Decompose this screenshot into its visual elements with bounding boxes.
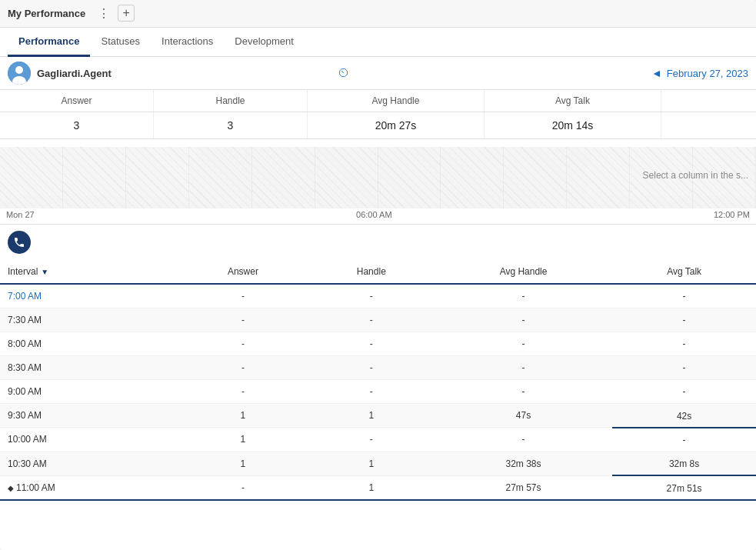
answer-header: Answer — [0, 90, 154, 112]
answer-cell: 1 — [178, 428, 308, 452]
svg-point-1 — [15, 66, 23, 74]
current-date: February 27, 2023 — [667, 68, 748, 79]
avg-handle-cell: - — [435, 356, 612, 380]
handle-cell: - — [308, 332, 435, 356]
tab-statuses[interactable]: Statuses — [90, 28, 151, 57]
interval-cell: 10:00 AM — [0, 428, 178, 452]
data-table-wrapper[interactable]: Interval ▼ Answer Handle Avg Handle Avg … — [0, 260, 756, 501]
tab-development[interactable]: Development — [224, 28, 305, 57]
avg-talk-cell: - — [612, 428, 756, 452]
phone-section — [0, 225, 756, 260]
handle-cell: 1 — [308, 404, 435, 428]
chart-label-right: 12:00 PM — [714, 210, 750, 219]
answer-value: 3 — [0, 112, 154, 138]
handle-cell: 1 — [308, 475, 435, 500]
hatch-col-2 — [63, 147, 126, 208]
interval-cell: 8:30 AM — [0, 356, 178, 380]
hatch-col-7 — [378, 147, 441, 208]
hatch-col-6 — [315, 147, 378, 208]
avg-handle-cell: 27m 57s — [435, 475, 612, 500]
table-row: ◆11:00 AM-127m 57s27m 51s — [0, 475, 756, 500]
hatch-col-4 — [189, 147, 252, 208]
handle-value: 3 — [154, 112, 308, 138]
agent-name: Gagliardi.Agent — [37, 68, 328, 79]
date-navigation: ◄ February 27, 2023 — [651, 67, 748, 79]
answer-cell: - — [178, 308, 308, 332]
avg-handle-cell: - — [435, 380, 612, 404]
answer-cell: - — [178, 475, 308, 500]
title-menu-button[interactable]: ⋮ — [95, 5, 113, 22]
avg-talk-cell: - — [612, 332, 756, 356]
avatar — [8, 62, 31, 85]
hatch-col-8 — [441, 147, 504, 208]
table-row: 9:00 AM---- — [0, 380, 756, 404]
answer-cell: - — [178, 332, 308, 356]
table-row: 7:30 AM---- — [0, 308, 756, 332]
tab-interactions[interactable]: Interactions — [151, 28, 224, 57]
stats-header-row: Answer Handle Avg Handle Avg Talk — [0, 90, 756, 112]
agent-header: Gagliardi.Agent ⏲ ◄ February 27, 2023 — [0, 57, 756, 90]
avg-talk-cell: 42s — [612, 404, 756, 428]
avg-talk-value: 20m 14s — [485, 112, 661, 138]
chart-label-left: Mon 27 — [6, 210, 35, 219]
avg-talk-cell: - — [612, 380, 756, 404]
avg-talk-cell: - — [612, 308, 756, 332]
avg-handle-column-header[interactable]: Avg Handle — [435, 260, 612, 284]
avg-handle-cell: - — [435, 284, 612, 308]
avg-talk-column-header[interactable]: Avg Talk — [612, 260, 756, 284]
interval-column-header[interactable]: Interval ▼ — [0, 260, 178, 284]
avg-talk-cell: 32m 8s — [612, 452, 756, 475]
avg-handle-cell: - — [435, 332, 612, 356]
answer-cell: - — [178, 356, 308, 380]
date-prev-arrow[interactable]: ◄ — [651, 67, 662, 79]
avg-handle-value: 20m 27s — [308, 112, 485, 138]
window-title: My Performance — [8, 8, 85, 19]
hatch-col-5 — [252, 147, 315, 208]
table-row: 8:30 AM---- — [0, 356, 756, 380]
title-bar: My Performance ⋮ + — [0, 0, 756, 28]
handle-cell: - — [308, 380, 435, 404]
hatch-col-3 — [126, 147, 189, 208]
chart-icon[interactable]: ⏲ — [338, 66, 350, 80]
add-tab-button[interactable]: + — [118, 5, 135, 22]
handle-cell: - — [308, 428, 435, 452]
table-row: 9:30 AM1147s42s — [0, 404, 756, 428]
interval-cell: 9:30 AM — [0, 404, 178, 428]
interval-cell: 9:00 AM — [0, 380, 178, 404]
answer-cell: - — [178, 380, 308, 404]
title-bar-actions: ⋮ + — [95, 5, 135, 22]
table-row: 7:00 AM---- — [0, 284, 756, 308]
interval-cell: 7:00 AM — [0, 284, 178, 308]
diamond-icon: ◆ — [8, 484, 14, 492]
answer-column-header[interactable]: Answer — [178, 260, 308, 284]
tab-performance[interactable]: Performance — [8, 28, 90, 57]
interval-cell: 10:30 AM — [0, 452, 178, 475]
tab-navigation: Performance Statuses Interactions Develo… — [0, 28, 756, 57]
avg-talk-cell: - — [612, 356, 756, 380]
interval-cell: ◆11:00 AM — [0, 475, 178, 500]
answer-cell: 1 — [178, 404, 308, 428]
chart-label-mid: 06:00 AM — [356, 210, 391, 219]
table-row: 8:00 AM---- — [0, 332, 756, 356]
table-row: 10:30 AM1132m 38s32m 8s — [0, 452, 756, 475]
stats-values-row: 3 3 20m 27s 20m 14s — [0, 112, 756, 139]
main-window: My Performance ⋮ + Performance Statuses … — [0, 0, 756, 550]
avg-talk-header: Avg Talk — [485, 90, 661, 112]
handle-cell: - — [308, 308, 435, 332]
table-header-row: Interval ▼ Answer Handle Avg Handle Avg … — [0, 260, 756, 284]
avg-handle-header: Avg Handle — [308, 90, 485, 112]
hatch-col-10 — [567, 147, 630, 208]
chart-area[interactable]: Select a column in the s... Mon 27 06:00… — [0, 139, 756, 225]
handle-cell: - — [308, 284, 435, 308]
chart-overlay-text: Select a column in the s... — [643, 170, 748, 181]
avg-handle-cell: 47s — [435, 404, 612, 428]
chart-time-labels: Mon 27 06:00 AM 12:00 PM — [0, 208, 756, 224]
performance-table: Interval ▼ Answer Handle Avg Handle Avg … — [0, 260, 756, 501]
handle-column-header[interactable]: Handle — [308, 260, 435, 284]
sort-arrow-icon: ▼ — [41, 268, 48, 276]
table-row: 10:00 AM1--- — [0, 428, 756, 452]
handle-cell: 1 — [308, 452, 435, 475]
answer-cell: 1 — [178, 452, 308, 475]
handle-header: Handle — [154, 90, 308, 112]
interval-cell: 7:30 AM — [0, 308, 178, 332]
